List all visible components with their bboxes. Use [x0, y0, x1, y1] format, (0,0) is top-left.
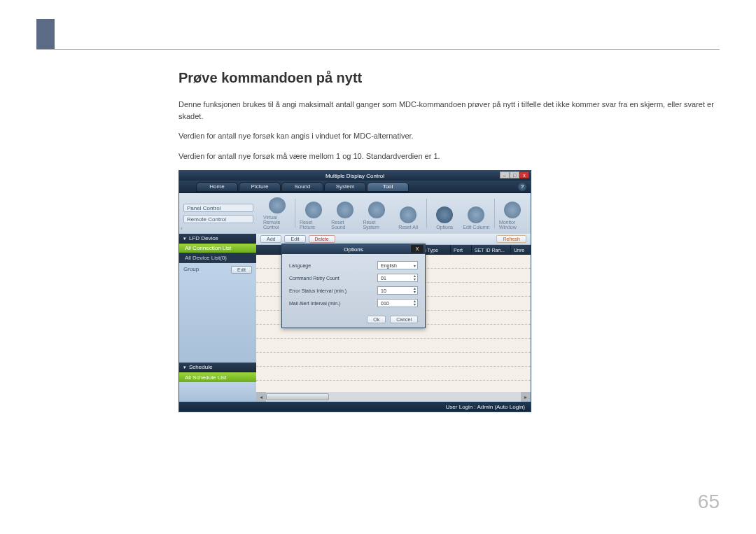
ribbon-divider — [426, 199, 427, 228]
row-retry: Command Retry Count 01 ▴▾ — [289, 274, 418, 282]
page-number: 65 — [698, 491, 720, 513]
options-icon[interactable]: Options — [431, 197, 458, 230]
tab-system[interactable]: System — [324, 182, 366, 192]
sidebar-all-connection[interactable]: All Connection List — [179, 244, 256, 253]
monitor-window-icon[interactable]: Monitor Window — [499, 197, 526, 230]
help-icon[interactable]: ? — [518, 183, 526, 191]
close-button[interactable]: x — [519, 171, 529, 178]
status-login-text: User Login : Admin (Auto Login) — [446, 404, 525, 410]
col-header-unre[interactable]: Unre — [511, 245, 531, 255]
paragraph-2: Verdien for antall nye forsøk kan angis … — [178, 130, 720, 142]
sidebar-schedule-header[interactable]: Schedule — [179, 363, 256, 372]
sidebar-group-area: Group Edit — [179, 263, 256, 363]
main-tabbar: Home Picture Sound System Tool ? — [179, 181, 531, 193]
tab-picture[interactable]: Picture — [239, 182, 281, 192]
mail-interval-label: Mail Alert Interval (min.) — [289, 301, 377, 306]
error-interval-spinner[interactable]: 10 ▴▾ — [377, 286, 418, 295]
add-button[interactable]: Add — [260, 235, 281, 243]
section-heading: Prøve kommandoen på nytt — [178, 70, 720, 86]
sidebar-all-device[interactable]: All Device List(0) — [179, 253, 256, 263]
col-header-setid[interactable]: SET ID Ran... — [472, 245, 511, 255]
row-error-interval: Error Status Interval (min.) 10 ▴▾ — [289, 286, 418, 295]
mdc-app-window: Multiple Display Control – □ x Home Pict… — [178, 170, 531, 412]
reset-all-icon[interactable]: Reset All — [395, 197, 422, 230]
horizontal-scrollbar[interactable]: ◄ ► — [256, 392, 531, 402]
ribbon-collapse-icon[interactable]: ‹ — [181, 225, 188, 232]
paragraph-1: Denne funksjonen brukes til å angi maksi… — [178, 99, 720, 122]
virtual-remote-icon[interactable]: Virtual Remote Control — [263, 197, 290, 230]
sidebar-schedule-body — [179, 382, 256, 402]
sidebar-lfd-header[interactable]: LFD Device — [179, 234, 256, 244]
document-content: Prøve kommandoen på nytt Denne funksjone… — [178, 70, 720, 412]
scroll-left-arrow-icon[interactable]: ◄ — [256, 392, 266, 402]
tab-tool[interactable]: Tool — [367, 182, 409, 192]
status-bar: User Login : Admin (Auto Login) — [179, 402, 531, 412]
row-language: Language English ▾ — [289, 261, 418, 269]
sidebar-all-schedule[interactable]: All Schedule List — [179, 372, 256, 382]
stepper-icon: ▴▾ — [414, 300, 416, 307]
stepper-icon: ▴▾ — [414, 287, 416, 294]
dialog-titlebar: Options X — [282, 244, 425, 254]
mail-interval-spinner[interactable]: 010 ▴▾ — [377, 299, 418, 307]
window-titlebar: Multiple Display Control – □ x — [179, 171, 531, 181]
sidebar-group-label: Group — [183, 266, 199, 272]
window-controls: – □ x — [500, 171, 529, 178]
tab-sound[interactable]: Sound — [281, 182, 323, 192]
remote-control-pill[interactable]: Remote Control — [183, 215, 253, 223]
reset-picture-icon[interactable]: Reset Picture — [300, 197, 327, 230]
retry-label: Command Retry Count — [289, 276, 377, 281]
cancel-button[interactable]: Cancel — [390, 316, 418, 323]
tab-home[interactable]: Home — [196, 182, 238, 192]
window-title: Multiple Display Control — [326, 173, 384, 179]
scroll-thumb[interactable] — [266, 393, 329, 400]
minimize-button[interactable]: – — [500, 171, 510, 178]
sidebar-edit-button[interactable]: Edit — [231, 266, 252, 274]
sidebar: LFD Device All Connection List All Devic… — [179, 234, 256, 402]
scroll-right-arrow-icon[interactable]: ► — [521, 392, 531, 402]
reset-system-icon[interactable]: Reset System — [363, 197, 390, 230]
row-mail-interval: Mail Alert Interval (min.) 010 ▴▾ — [289, 299, 418, 307]
dialog-close-button[interactable]: X — [411, 245, 424, 253]
language-label: Language — [289, 263, 377, 268]
ribbon: Panel Control Remote Control ‹ Virtual R… — [179, 193, 531, 234]
delete-button[interactable]: Delete — [309, 235, 335, 243]
error-interval-label: Error Status Interval (min.) — [289, 288, 377, 293]
retry-spinner[interactable]: 01 ▴▾ — [377, 274, 418, 282]
options-dialog: Options X Language English ▾ Command Ret… — [281, 244, 426, 328]
ribbon-divider — [295, 199, 295, 228]
page-top-rule — [36, 49, 720, 50]
col-header-port[interactable]: Port — [451, 245, 472, 255]
ok-button[interactable]: Ok — [367, 316, 386, 323]
paragraph-3: Verdien for antall nye forsøk må være me… — [178, 150, 720, 162]
edit-column-icon[interactable]: Edit Column — [463, 197, 490, 230]
dialog-title-text: Options — [344, 246, 363, 253]
refresh-button[interactable]: Refresh — [496, 235, 526, 243]
stepper-icon: ▴▾ — [414, 274, 416, 281]
edit-button[interactable]: Edit — [284, 235, 305, 243]
maximize-button[interactable]: □ — [510, 171, 519, 178]
panel-control-pill[interactable]: Panel Control — [183, 204, 253, 212]
chevron-down-icon: ▾ — [414, 263, 416, 268]
page-accent-block — [36, 19, 55, 50]
reset-sound-icon[interactable]: Reset Sound — [331, 197, 358, 230]
language-select[interactable]: English ▾ — [377, 261, 418, 269]
ribbon-divider — [494, 199, 495, 228]
